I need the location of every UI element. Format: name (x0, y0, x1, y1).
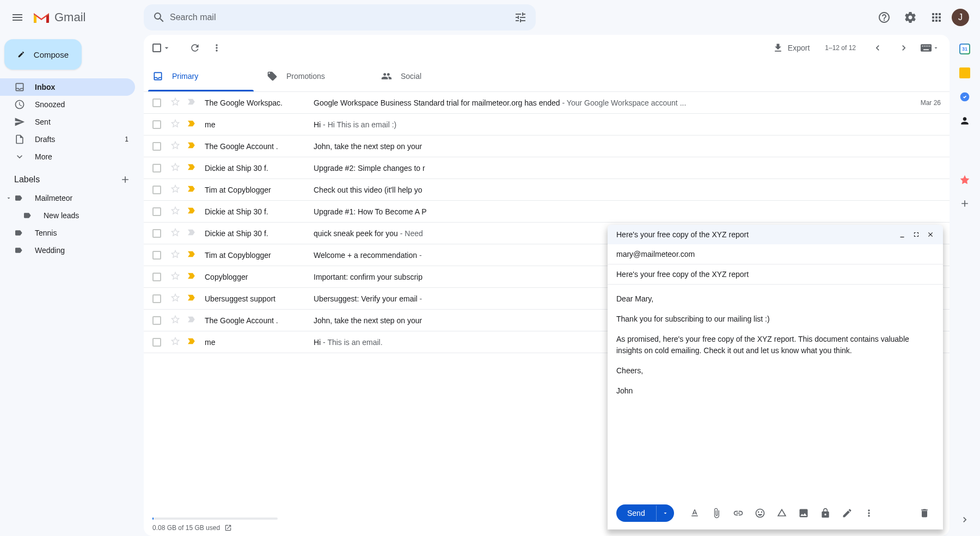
email-row[interactable]: Dickie at Ship 30 f. Upgrade #1: How To … (144, 201, 950, 223)
row-checkbox[interactable] (152, 316, 163, 325)
mailmeteor-app[interactable] (959, 174, 970, 185)
important-marker[interactable] (186, 293, 197, 304)
star-button[interactable] (170, 227, 181, 239)
row-checkbox[interactable] (152, 164, 163, 172)
star-button[interactable] (170, 140, 181, 152)
image-button[interactable] (794, 503, 813, 523)
compose-more-button[interactable] (859, 503, 879, 523)
row-checkbox[interactable] (152, 251, 163, 260)
row-checkbox[interactable] (152, 98, 163, 107)
email-row[interactable]: Dickie at Ship 30 f. Upgrade #2: Simple … (144, 157, 950, 179)
open-new-icon[interactable] (224, 524, 232, 532)
minimize-icon (898, 231, 906, 238)
important-marker[interactable] (186, 249, 197, 261)
email-row[interactable]: Tim at Copyblogger Check out this video … (144, 179, 950, 201)
star-button[interactable] (170, 270, 181, 283)
important-marker[interactable] (186, 227, 197, 239)
label-tennis[interactable]: Tennis (0, 224, 139, 242)
row-checkbox[interactable] (152, 120, 163, 129)
important-marker[interactable] (186, 97, 197, 108)
star-button[interactable] (170, 249, 181, 261)
chevron-right-icon[interactable] (959, 514, 970, 525)
close-compose-button[interactable] (927, 231, 934, 238)
apps-button[interactable] (926, 7, 947, 28)
important-marker[interactable] (186, 140, 197, 152)
star-button[interactable] (170, 336, 181, 348)
contacts-app[interactable] (959, 115, 970, 126)
select-all-checkbox[interactable] (152, 44, 171, 52)
main-menu-button[interactable] (4, 4, 30, 30)
row-checkbox[interactable] (152, 273, 163, 281)
nav-snoozed[interactable]: Snoozed (0, 96, 135, 113)
label-mailmeteor[interactable]: Mailmeteor (0, 189, 139, 207)
important-icon (186, 162, 196, 172)
star-button[interactable] (170, 292, 181, 305)
input-tools-button[interactable] (919, 37, 941, 59)
calendar-app[interactable]: 31 (959, 44, 970, 54)
label-new-leads[interactable]: New leads (0, 207, 139, 224)
to-field[interactable]: mary@mailmeteor.com (608, 244, 943, 264)
send-options-button[interactable] (656, 506, 674, 521)
fullscreen-button[interactable] (912, 231, 920, 238)
drive-button[interactable] (772, 503, 792, 523)
nav-sent[interactable]: Sent (0, 113, 135, 131)
search-options-button[interactable] (510, 7, 531, 28)
email-row[interactable]: The Google Account . John, take the next… (144, 135, 950, 157)
row-checkbox[interactable] (152, 229, 163, 238)
star-button[interactable] (170, 314, 181, 326)
nav-drafts[interactable]: Drafts1 (0, 131, 135, 148)
minimize-button[interactable] (898, 231, 906, 238)
nav-inbox[interactable]: Inbox (0, 78, 135, 96)
compose-body[interactable]: Dear Mary, Thank you for subscribing to … (608, 285, 943, 497)
star-button[interactable] (170, 162, 181, 174)
keep-app[interactable] (959, 67, 970, 78)
tab-promotions[interactable]: Promotions (258, 61, 372, 91)
row-checkbox[interactable] (152, 142, 163, 151)
emoji-button[interactable] (750, 503, 770, 523)
star-button[interactable] (170, 205, 181, 218)
refresh-button[interactable] (184, 37, 206, 59)
email-row[interactable]: The Google Workspac. Google Workspace Bu… (144, 92, 950, 114)
star-button[interactable] (170, 183, 181, 196)
important-marker[interactable] (186, 206, 197, 217)
gmail-logo[interactable]: Gmail (33, 10, 85, 24)
confidential-button[interactable] (816, 503, 835, 523)
important-marker[interactable] (186, 184, 197, 195)
subject-field[interactable]: Here's your free copy of the XYZ report (608, 264, 943, 285)
add-label-icon[interactable] (120, 174, 131, 185)
important-marker[interactable] (186, 119, 197, 130)
support-button[interactable] (873, 7, 895, 28)
format-button[interactable] (685, 503, 705, 523)
export-button[interactable]: Export (768, 42, 814, 53)
discard-button[interactable] (915, 503, 934, 523)
label-wedding[interactable]: Wedding (0, 242, 139, 259)
next-page-button[interactable] (893, 37, 915, 59)
attach-button[interactable] (707, 503, 726, 523)
important-marker[interactable] (186, 162, 197, 174)
settings-button[interactable] (899, 7, 921, 28)
signature-button[interactable] (837, 503, 857, 523)
important-marker[interactable] (186, 336, 197, 348)
more-button[interactable] (206, 37, 228, 59)
link-button[interactable] (728, 503, 748, 523)
row-checkbox[interactable] (152, 207, 163, 216)
prev-page-button[interactable] (867, 37, 889, 59)
tasks-app[interactable] (959, 91, 970, 102)
star-button[interactable] (170, 118, 181, 131)
nav-more[interactable]: More (0, 148, 135, 165)
important-marker[interactable] (186, 271, 197, 282)
important-marker[interactable] (186, 315, 197, 326)
star-button[interactable] (170, 96, 181, 109)
row-checkbox[interactable] (152, 294, 163, 303)
send-button[interactable]: Send (616, 504, 674, 522)
tab-social[interactable]: Social (372, 61, 487, 91)
search-input[interactable] (170, 13, 510, 22)
row-checkbox[interactable] (152, 338, 163, 347)
email-row[interactable]: me Hi - Hi This is an email :) (144, 114, 950, 135)
row-checkbox[interactable] (152, 186, 163, 194)
tab-primary[interactable]: Primary (144, 61, 258, 91)
search-button[interactable] (148, 7, 170, 28)
account-avatar[interactable]: J (952, 9, 969, 26)
compose-button[interactable]: Compose (4, 39, 82, 70)
add-app[interactable] (959, 198, 970, 209)
